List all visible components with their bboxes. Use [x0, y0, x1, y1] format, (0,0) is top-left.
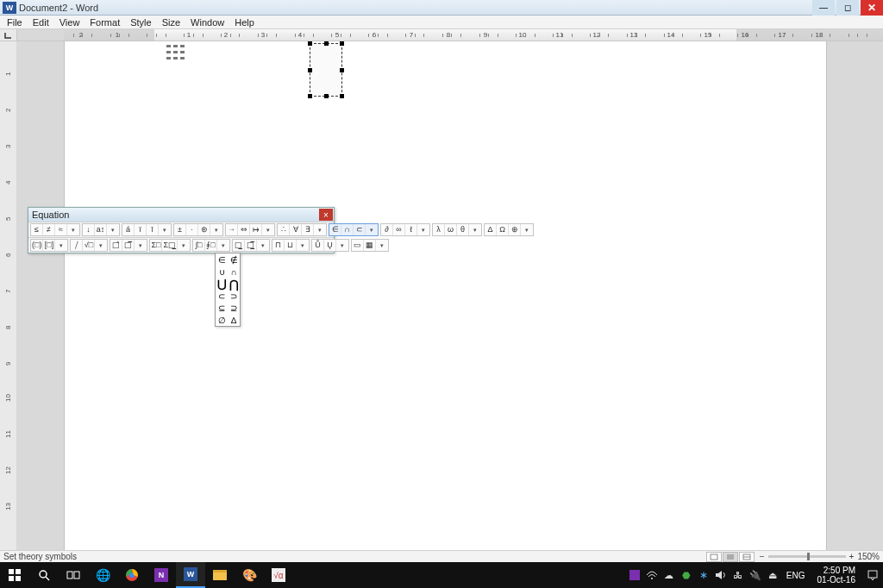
taskbar-chrome-icon[interactable]	[117, 562, 147, 588]
taskbar-math-icon[interactable]: √α	[264, 562, 293, 588]
equation-symbol-button[interactable]: →	[226, 224, 238, 235]
equation-group[interactable]: □̂□̅▾	[110, 239, 147, 252]
equation-symbol-button[interactable]: ⊓	[272, 240, 285, 251]
view-page-button[interactable]	[723, 552, 738, 562]
equation-group[interactable]: ΔΩ⊕▾	[484, 223, 534, 236]
equation-symbol-button[interactable]: θ	[457, 224, 469, 235]
equation-symbol-button[interactable]: ⇔	[238, 224, 250, 235]
resize-handle-bm[interactable]	[324, 94, 329, 98]
equation-symbol-button[interactable]: Σ□	[150, 240, 162, 251]
equation-symbol-button[interactable]: á	[122, 224, 135, 235]
set-symbol-button[interactable]: ⊇	[228, 302, 240, 314]
tray-safely-remove-icon[interactable]: ⏏	[764, 562, 781, 588]
minimize-button[interactable]: —	[812, 0, 835, 16]
cortana-search-icon[interactable]	[29, 562, 59, 588]
equation-group-dropdown[interactable]: ▾	[336, 240, 348, 251]
start-button[interactable]	[0, 562, 29, 588]
maximize-button[interactable]: ◻	[836, 0, 859, 16]
equation-symbol-button[interactable]: ∮□	[205, 240, 217, 251]
equation-toolbar-title-bar[interactable]: Equation ×	[28, 208, 334, 222]
resize-handle-mr[interactable]	[340, 68, 344, 72]
equation-group-dropdown[interactable]: ▾	[366, 224, 378, 235]
equation-group[interactable]: ∫□∮□▾	[192, 239, 230, 252]
menu-file[interactable]: File	[2, 17, 28, 28]
menu-style[interactable]: Style	[125, 17, 156, 28]
set-symbol-button[interactable]: ∈	[216, 253, 228, 266]
menu-size[interactable]: Size	[157, 17, 185, 28]
view-normal-button[interactable]	[706, 552, 722, 562]
selected-object[interactable]	[310, 43, 342, 97]
equation-group-dropdown[interactable]: ▾	[95, 240, 107, 251]
tab-selector[interactable]	[0, 29, 17, 41]
clock[interactable]: 2:50 PM 01-Oct-16	[811, 566, 862, 585]
equation-group-dropdown[interactable]: ▾	[217, 240, 229, 251]
equation-symbol-button[interactable]: ω	[445, 224, 457, 235]
equation-symbol-button[interactable]: □̂	[110, 240, 122, 251]
tray-volume-icon[interactable]	[712, 562, 730, 588]
equation-group-dropdown[interactable]: ▾	[262, 224, 274, 235]
equation-symbol-button[interactable]: ī	[147, 224, 159, 235]
tray-bluetooth-icon[interactable]: ∗	[695, 562, 712, 588]
taskbar-word-icon[interactable]: W	[176, 562, 205, 588]
equation-group-dropdown[interactable]: ▾	[159, 224, 171, 235]
equation-group-dropdown[interactable]: ▾	[257, 240, 269, 251]
equation-group-dropdown[interactable]: ▾	[55, 240, 67, 251]
tray-wifi-icon[interactable]	[643, 562, 661, 588]
equation-group[interactable]: ≤≠≈▾	[30, 223, 80, 236]
equation-symbol-button[interactable]: Σ□̲	[162, 240, 178, 251]
menu-help[interactable]: Help	[229, 17, 260, 28]
set-symbol-button[interactable]: ⊆	[216, 302, 228, 314]
menu-view[interactable]: View	[54, 17, 85, 28]
set-symbol-button[interactable]: ∩	[228, 266, 240, 278]
resize-handle-ml[interactable]	[308, 68, 312, 72]
equation-group-dropdown[interactable]: ▾	[417, 224, 429, 235]
equation-group-dropdown[interactable]: ▾	[469, 224, 481, 235]
set-symbol-button[interactable]: ∅	[216, 314, 228, 326]
equation-group[interactable]: ±∙⊛▾	[173, 223, 223, 236]
equation-symbol-button[interactable]: ∈	[329, 224, 341, 235]
taskbar-paint-icon[interactable]: 🎨	[235, 562, 264, 588]
equation-group[interactable]: ∈∩⊂▾	[329, 223, 379, 236]
equation-symbol-button[interactable]: a↕	[95, 224, 107, 235]
equation-symbol-button[interactable]: ⊕	[509, 224, 521, 235]
equation-group[interactable]: ↓a↕▾	[82, 223, 120, 236]
set-symbol-button[interactable]: ∪	[216, 266, 228, 278]
set-theory-dropdown[interactable]: ∈∉∪∩⋃⋂⊂⊃⊆⊇∅∆	[215, 253, 241, 327]
taskbar-onenote-icon[interactable]: N	[147, 562, 176, 588]
equation-group[interactable]: ŮŲ▾	[311, 239, 349, 252]
zoom-slider-thumb[interactable]	[807, 553, 810, 560]
language-indicator[interactable]: ENG	[781, 571, 811, 580]
equation-group[interactable]: ∴∀∃▾	[277, 223, 327, 236]
equation-group-dropdown[interactable]: ▾	[297, 240, 309, 251]
close-button[interactable]: ✕	[861, 0, 883, 16]
task-view-icon[interactable]	[59, 562, 88, 588]
equation-symbol-button[interactable]: ℓ	[405, 224, 417, 235]
equation-symbol-button[interactable]: ≈	[55, 224, 67, 235]
equation-group-dropdown[interactable]: ▾	[135, 240, 147, 251]
horizontal-ruler[interactable]: 21123456789101112131415161718	[0, 29, 883, 41]
menu-format[interactable]: Format	[85, 17, 125, 28]
set-symbol-button[interactable]: ⋃	[216, 278, 228, 290]
equation-symbol-button[interactable]: □̲̅	[245, 240, 257, 251]
equation-group[interactable]: Σ□Σ□̲▾	[149, 239, 191, 252]
equation-symbol-button[interactable]: ⊔	[285, 240, 297, 251]
menu-edit[interactable]: Edit	[28, 17, 54, 28]
equation-group[interactable]: ⊓⊔▾	[272, 239, 310, 252]
equation-symbol-button[interactable]: ⧸	[71, 240, 83, 251]
taskbar-explorer-icon[interactable]	[205, 562, 235, 588]
equation-group[interactable]: →⇔↦▾	[225, 223, 275, 236]
tray-power-icon[interactable]: 🔌	[747, 562, 764, 588]
resize-handle-tm[interactable]	[324, 41, 329, 46]
equation-group[interactable]: (□)[□]▾	[30, 239, 68, 252]
resize-handle-tl[interactable]	[308, 41, 312, 46]
zoom-out-button[interactable]: −	[760, 552, 765, 561]
equation-symbol-button[interactable]: ↓	[83, 224, 95, 235]
equation-symbol-button[interactable]: Ů	[312, 240, 324, 251]
equation-group-dropdown[interactable]: ▾	[376, 240, 388, 251]
equation-symbol-button[interactable]: ≠	[43, 224, 55, 235]
equation-group[interactable]: ▭▦▾	[351, 239, 389, 252]
set-symbol-button[interactable]: ∆	[228, 314, 240, 326]
resize-handle-tr[interactable]	[340, 41, 344, 46]
equation-symbol-button[interactable]: ∴	[278, 224, 290, 235]
equation-toolbar-close-button[interactable]: ×	[319, 209, 333, 221]
